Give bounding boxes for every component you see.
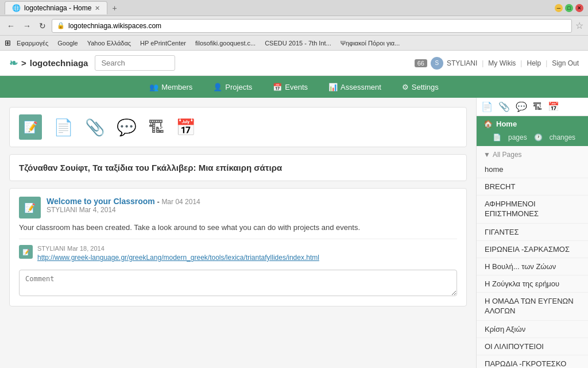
reload-button[interactable]: ↻ <box>37 20 48 32</box>
assessment-label: Assessment <box>341 83 381 91</box>
sidebar-item-parodia[interactable]: ΠΑΡΩΔΙΑ -ΓΚΡΟΤΕΣΚΟ <box>477 355 588 368</box>
settings-icon: ⚙ <box>402 83 409 91</box>
sidebar-structure-icon[interactable]: 🏗 <box>533 102 542 112</box>
avatar-initials: S <box>435 60 439 66</box>
bookmark-apps[interactable]: Εφαρμογές <box>13 39 52 48</box>
bookmarks-bar: ⊞ Εφαρμογές Google Yahoo Ελλάδας HP ePri… <box>0 36 588 51</box>
post-avatar: 📝 <box>19 197 41 218</box>
back-button[interactable]: ← <box>5 20 17 32</box>
ssl-icon: 🔒 <box>57 22 65 29</box>
help-link[interactable]: Help <box>527 59 541 67</box>
calendar-icon[interactable]: 📅 <box>176 118 196 137</box>
bookmark-yahoo[interactable]: Yahoo Ελλάδας <box>84 39 134 48</box>
minimize-button[interactable]: ─ <box>555 4 563 12</box>
logo-text: > <box>21 58 26 68</box>
bookmark-google[interactable]: Google <box>54 39 81 48</box>
forward-button[interactable]: → <box>21 20 33 32</box>
content-area: 📝 📄 📎 💬 🏗 📅 Τζόναθαν Σουίφτ, Τα ταξίδια … <box>0 98 476 368</box>
bookmark-csedu[interactable]: CSEDU 2015 - 7th Int... <box>261 39 335 48</box>
projects-label: Projects <box>225 83 252 91</box>
post-title-line: Welcome to your Classroom - Mar 04 2014 <box>47 197 457 206</box>
pages-link[interactable]: pages <box>508 133 527 141</box>
sidebar-item-vouli[interactable]: Η Βουλή... των Ζώων <box>477 258 588 275</box>
nav-members[interactable]: 👥 Members <box>145 80 197 94</box>
sidebar-item-brecht[interactable]: BRECHT <box>477 178 588 195</box>
bookmark-label: CSEDU 2015 - 7th Int... <box>265 40 331 47</box>
browser-titlebar: 🌐 logotechniaga - Home ✕ + ─ □ ✕ <box>0 0 588 16</box>
home-icon: 🏠 <box>483 120 493 128</box>
browser-tab-active[interactable]: 🌐 logotechniaga - Home ✕ <box>5 1 107 14</box>
post-meta: Welcome to your Classroom - Mar 04 2014 … <box>47 197 457 215</box>
tab-title: logotechniaga - Home <box>24 4 91 12</box>
url-text: logotechniaga.wikispaces.com <box>68 22 161 30</box>
my-wikis-link[interactable]: My Wikis <box>488 59 516 67</box>
sidebar-item-afirimenoi[interactable]: ΑΦΗΡΗΜΕΝΟΙ ΕΠΙΣΤΗΜΟΝΕΣ <box>477 195 588 224</box>
comment-avatar: 📝 <box>19 245 33 259</box>
nav-settings[interactable]: ⚙ Settings <box>397 80 443 94</box>
file-icon[interactable]: 📄 <box>53 118 74 137</box>
sidebar-item-home[interactable]: home <box>477 161 588 178</box>
sidebar-item-zougkla[interactable]: Η Ζούγκλα της ερήμου <box>477 275 588 293</box>
comment-section: 📝 STYLIANI Mar 18, 2014 http://www.greek… <box>19 239 457 298</box>
bookmark-label: Ψηφιακοί Πόροι για... <box>341 40 400 47</box>
sidebar-calendar-icon[interactable]: 📅 <box>548 101 559 112</box>
comment-link[interactable]: http://www.greek-language.gr/greekLang/m… <box>37 254 319 262</box>
sidebar-item-omada[interactable]: Η ΟΜΑΔΑ ΤΩΝ ΕΥΓΕΝΩΝ ΑΛΟΓΩΝ <box>477 293 588 321</box>
bookmark-label: Εφαρμογές <box>17 40 48 47</box>
post-author: STYLIANI Mar 4, 2014 <box>47 206 457 214</box>
address-bar[interactable]: 🔒 logotechniaga.wikispaces.com <box>52 19 572 33</box>
logo-area[interactable]: ❧ > logotechniaga <box>9 57 88 70</box>
bookmark-label: Yahoo Ελλάδας <box>87 40 131 47</box>
window-controls: ─ □ ✕ <box>555 4 583 12</box>
changes-link[interactable]: changes <box>550 133 575 141</box>
bookmark-psifiakoi[interactable]: Ψηφιακοί Πόροι για... <box>337 39 404 48</box>
bookmark-star-button[interactable]: ☆ <box>575 20 583 31</box>
sidebar: 📄 📎 💬 🏗 📅 🏠 Home 📄 pages 🕐 changes ▼ All… <box>476 98 588 368</box>
structure-icon[interactable]: 🏗 <box>148 118 164 137</box>
sidebar-home-item[interactable]: 🏠 Home <box>477 116 588 132</box>
notification-badge[interactable]: 66 <box>415 59 427 67</box>
doc-symbol: 📝 <box>24 120 38 134</box>
post-body: Your classroom has been created. Take a … <box>19 223 457 232</box>
pages-icon: 📄 <box>493 133 501 141</box>
search-input[interactable] <box>95 55 175 71</box>
link-icon[interactable]: 📎 <box>85 118 105 137</box>
bookmark-label: filosofiki.gooquest.c... <box>195 40 256 47</box>
post-area: 📝 Welcome to your Classroom - Mar 04 201… <box>9 188 467 306</box>
nav-projects[interactable]: 👤 Projects <box>208 80 257 94</box>
username-label: STYLIANI <box>447 59 477 67</box>
doc-icon[interactable]: 📝 <box>19 114 42 140</box>
comment-content: STYLIANI Mar 18, 2014 http://www.greek-l… <box>37 245 319 262</box>
sign-out-link[interactable]: Sign Out <box>552 59 579 67</box>
bookmark-filosofiki[interactable]: filosofiki.gooquest.c... <box>192 39 259 48</box>
sidebar-discussion-icon[interactable]: 💬 <box>516 101 527 112</box>
post-title-link[interactable]: Welcome to your Classroom <box>47 197 155 206</box>
comment-item: 📝 STYLIANI Mar 18, 2014 http://www.greek… <box>19 245 457 262</box>
bookmark-hp[interactable]: HP ePrintCenter <box>137 39 189 48</box>
home-label: Home <box>496 120 517 128</box>
site-name: logotechniaga <box>30 58 88 68</box>
new-tab-button[interactable]: + <box>107 1 121 15</box>
discussion-icon[interactable]: 💬 <box>117 118 137 137</box>
apps-icon: ⊞ <box>5 39 11 47</box>
tab-close-btn[interactable]: ✕ <box>95 5 100 12</box>
comment-input[interactable] <box>19 270 457 296</box>
separator-2: | <box>520 59 522 67</box>
nav-events[interactable]: 📅 Events <box>268 80 312 94</box>
sidebar-doc-icon[interactable]: 📄 <box>481 101 493 112</box>
sidebar-item-eironeia[interactable]: ΕΙΡΩΝΕΙΑ -ΣΑΡΚΑΣΜΟΣ <box>477 241 588 258</box>
tab-favicon: 🌐 <box>12 4 21 12</box>
events-label: Events <box>285 83 308 91</box>
sidebar-item-gigantes[interactable]: ΓΙΓΑΝΤΕΣ <box>477 224 588 241</box>
sidebar-link-icon[interactable]: 📎 <box>498 101 510 112</box>
sidebar-item-liliputeioi[interactable]: ΟΙ ΛΙΛΙΠΟΥΤΕΙΟΙ <box>477 338 588 355</box>
sidebar-item-krisi[interactable]: Κρίση Αξιών <box>477 321 588 338</box>
nav-assessment[interactable]: 📊 Assessment <box>324 80 386 94</box>
sidebar-section-title: ▼ All Pages <box>477 146 588 161</box>
browser-toolbar: ← → ↻ 🔒 logotechniaga.wikispaces.com ☆ <box>0 16 588 36</box>
separator-3: | <box>546 59 547 67</box>
maximize-button[interactable]: □ <box>565 4 573 12</box>
sidebar-icons: 📄 📎 💬 🏗 📅 <box>477 98 588 116</box>
close-button[interactable]: ✕ <box>575 4 583 12</box>
user-avatar: S <box>431 57 443 70</box>
